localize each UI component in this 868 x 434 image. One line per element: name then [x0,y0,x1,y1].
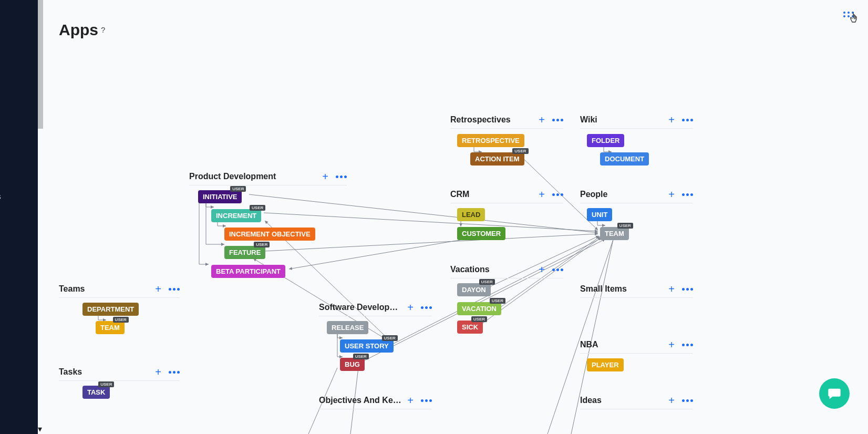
group-people: People + [580,189,693,203]
svg-line-10 [360,239,605,363]
chip-player[interactable]: PLAYER [587,358,624,371]
group-title[interactable]: Vacations [450,265,539,274]
user-tag: USER [113,317,129,323]
chip-feature[interactable]: FEATUREUSER [224,246,265,259]
group-title[interactable]: Ideas [580,396,668,405]
group-tasks: Tasks + [59,367,180,381]
chip-task[interactable]: TASKUSER [82,386,110,399]
group-title[interactable]: NBA [580,340,668,349]
more-button[interactable] [682,288,693,291]
canvas[interactable]: Apps ? [43,0,868,434]
svg-point-3 [843,15,845,17]
add-button[interactable]: + [407,395,414,406]
chip-action-item[interactable]: ACTION ITEMUSER [470,152,524,166]
group-small-items: Small Items + [580,284,693,298]
user-tag: USER [479,279,495,285]
group-title[interactable]: Software Develop… [319,303,407,312]
group-nba: NBA + [580,339,693,354]
more-button[interactable] [552,119,563,121]
group-title[interactable]: Teams [59,284,155,294]
group-title[interactable]: Product Development [189,172,322,181]
group-title[interactable]: CRM [450,190,539,199]
group-title[interactable]: Retrospectives [450,115,539,125]
user-tag: USER [617,223,633,229]
chip-bug[interactable]: BUGUSER [340,358,365,371]
group-crm: CRM + [450,189,563,203]
user-tag: USER [353,354,369,359]
more-button[interactable] [169,371,180,374]
add-button[interactable]: + [155,284,161,294]
svg-line-9 [392,237,603,344]
sidebar-scrollbar[interactable] [38,0,43,129]
chip-release[interactable]: RELEASE [327,321,368,334]
chip-folder[interactable]: FOLDER [587,134,624,147]
more-button[interactable] [421,306,432,309]
group-wiki: Wiki + [580,115,693,129]
chip-unit[interactable]: UNIT [587,208,612,221]
chip-team[interactable]: TEAMUSER [96,321,125,334]
group-software-development: Software Develop… + [319,302,432,316]
chip-customer[interactable]: CUSTOMER [457,227,505,240]
chip-team[interactable]: TEAMUSER [600,227,629,240]
add-button[interactable]: + [155,367,161,377]
group-title[interactable]: Wiki [580,115,668,125]
group-product-development: Product Development + [189,171,347,185]
chip-lead[interactable]: LEAD [457,208,485,221]
cursor-hand-icon [849,12,861,28]
more-button[interactable] [682,193,693,196]
add-button[interactable]: + [539,115,545,125]
user-tag: USER [98,381,114,387]
add-button[interactable]: + [322,171,328,182]
svg-point-0 [843,12,845,14]
user-tag: USER [471,316,487,322]
chip-increment[interactable]: INCREMENTUSER [211,209,261,222]
group-teams: Teams + [59,284,180,298]
group-vacations: Vacations + [450,264,563,278]
group-retrospectives: Retrospectives + [450,115,563,129]
add-button[interactable]: + [668,395,675,406]
chevron-down-icon[interactable]: ▾ [38,424,42,434]
user-tag: USER [382,335,398,341]
more-button[interactable] [552,193,563,196]
add-button[interactable]: + [668,189,675,200]
sidebar-item-partial[interactable]: ts [0,192,1,201]
chip-beta-participant[interactable]: BETA PARTICIPANT [211,265,285,278]
help-icon[interactable]: ? [101,25,105,34]
group-title[interactable]: Objectives And Ke… [319,396,407,405]
chip-vacation[interactable]: VACATIONUSER [457,302,501,315]
chip-user-story[interactable]: USER STORYUSER [340,339,394,353]
user-tag: USER [250,205,265,211]
more-button[interactable] [552,268,563,271]
add-button[interactable]: + [668,115,675,125]
user-tag: USER [230,186,246,192]
chip-retrospective[interactable]: RETROSPECTIVE [457,134,524,147]
more-button[interactable] [682,119,693,121]
user-tag: USER [512,148,528,154]
page-title: Apps [59,21,98,39]
chip-increment-objective[interactable]: INCREMENT OBJECTIVE [224,228,315,241]
more-button[interactable] [169,288,180,291]
chip-document[interactable]: DOCUMENT [600,152,649,166]
add-button[interactable]: + [539,189,545,200]
chat-fab[interactable] [819,378,850,409]
group-title[interactable]: Small Items [580,284,668,294]
sidebar: ts [0,0,38,434]
group-title[interactable]: People [580,190,668,199]
add-button[interactable]: + [539,264,545,275]
more-button[interactable] [336,175,347,178]
user-tag: USER [490,298,505,304]
group-okr: Objectives And Ke… + [319,395,432,409]
add-button[interactable]: + [407,302,414,313]
chip-initiative[interactable]: INITIATIVEUSER [198,190,242,203]
chip-dayon[interactable]: DAYONUSER [457,283,491,296]
chip-sick[interactable]: SICKUSER [457,321,483,334]
more-button[interactable] [682,399,693,402]
svg-line-12 [487,236,599,288]
user-tag: USER [254,242,270,247]
add-button[interactable]: + [668,284,675,294]
more-button[interactable] [421,399,432,402]
add-button[interactable]: + [668,339,675,350]
more-button[interactable] [682,344,693,346]
chip-department[interactable]: DEPARTMENT [82,303,139,316]
group-title[interactable]: Tasks [59,367,155,377]
